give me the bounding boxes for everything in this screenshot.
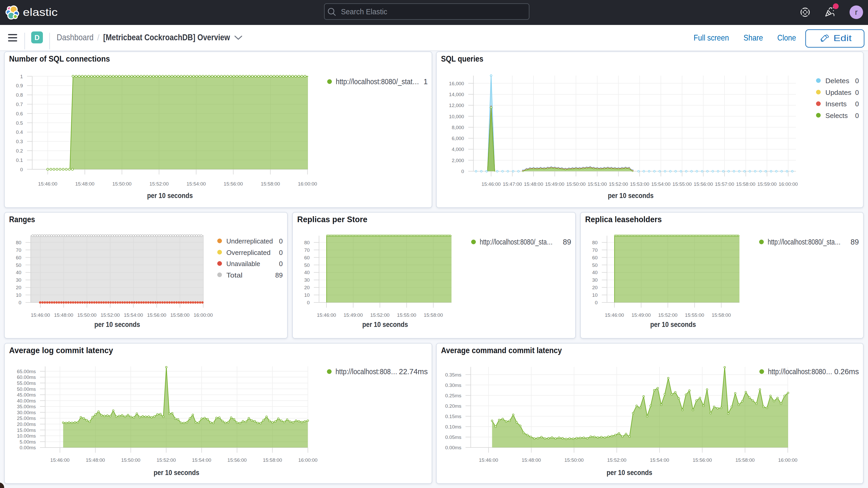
svg-text:15:46:00: 15:46:00 — [317, 312, 336, 318]
svg-text:[Metricbeat CockroachDB] Overv: [Metricbeat CockroachDB] Overview — [103, 32, 230, 42]
svg-text:16:00:00: 16:00:00 — [298, 181, 317, 187]
svg-text:10,000: 10,000 — [449, 114, 464, 119]
svg-text:6,000: 6,000 — [452, 135, 464, 141]
svg-text:15:55:00: 15:55:00 — [673, 181, 692, 187]
svg-text:15:56:00: 15:56:00 — [693, 181, 713, 187]
svg-text:12,000: 12,000 — [449, 103, 464, 108]
svg-text:80: 80 — [592, 240, 597, 245]
svg-text:50: 50 — [16, 263, 21, 268]
svg-text:15:54:00: 15:54:00 — [650, 457, 669, 463]
svg-text:30: 30 — [592, 277, 597, 283]
svg-text:Inserts: Inserts — [826, 100, 847, 108]
svg-text:89: 89 — [563, 238, 571, 246]
svg-text:80: 80 — [304, 240, 310, 245]
svg-text:0: 0 — [19, 300, 22, 305]
svg-text:15.00ms: 15.00ms — [17, 427, 36, 433]
svg-text:Average command commit latency: Average command commit latency — [441, 346, 562, 355]
svg-text:70: 70 — [304, 247, 310, 253]
svg-text:Search Elastic: Search Elastic — [341, 7, 387, 16]
svg-text:15:50:00: 15:50:00 — [77, 312, 96, 318]
svg-text:Average log commit latency: Average log commit latency — [9, 346, 113, 355]
svg-text:Unavailable: Unavailable — [226, 260, 260, 268]
svg-text:Full screen: Full screen — [693, 33, 729, 42]
svg-text:70: 70 — [592, 247, 597, 253]
svg-text:0: 0 — [855, 89, 859, 96]
svg-text:15:49:00: 15:49:00 — [344, 312, 363, 318]
svg-text:15:52:00: 15:52:00 — [609, 181, 628, 187]
svg-text:15:59:00: 15:59:00 — [757, 181, 777, 187]
svg-text:per 10 seconds: per 10 seconds — [147, 191, 193, 200]
svg-text:0: 0 — [461, 169, 464, 174]
svg-text:55.00ms: 55.00ms — [17, 380, 36, 386]
svg-text:15:51:00: 15:51:00 — [588, 181, 607, 187]
svg-text:16:00:00: 16:00:00 — [778, 457, 797, 463]
svg-text:15:58:00: 15:58:00 — [712, 312, 731, 318]
svg-text:15:52:00: 15:52:00 — [370, 312, 390, 318]
svg-text:15:50:00: 15:50:00 — [564, 457, 584, 463]
svg-text:15:48:00: 15:48:00 — [75, 181, 94, 187]
svg-text:/: / — [97, 33, 99, 42]
svg-text:0.8: 0.8 — [16, 92, 23, 98]
svg-text:65.00ms: 65.00ms — [17, 369, 36, 374]
svg-text:Edit: Edit — [833, 33, 852, 43]
svg-text:50.00ms: 50.00ms — [17, 387, 36, 392]
svg-text:14,000: 14,000 — [449, 92, 464, 97]
svg-text:0.3: 0.3 — [16, 139, 23, 144]
svg-text:0.15ms: 0.15ms — [445, 414, 461, 419]
svg-text:30.00ms: 30.00ms — [17, 410, 36, 415]
svg-text:per 10 seconds: per 10 seconds — [650, 321, 696, 329]
svg-text:D: D — [35, 34, 40, 41]
svg-text:15:54:00: 15:54:00 — [192, 457, 211, 463]
svg-text:16:00:00: 16:00:00 — [779, 181, 798, 187]
svg-text:4,000: 4,000 — [452, 147, 464, 152]
svg-text:Ranges: Ranges — [9, 215, 35, 224]
svg-text:15:58:00: 15:58:00 — [736, 181, 755, 187]
svg-text:20.00ms: 20.00ms — [17, 422, 36, 427]
svg-text:60: 60 — [592, 255, 597, 261]
svg-text:40: 40 — [16, 270, 21, 275]
svg-text:0: 0 — [20, 167, 23, 172]
svg-text:70: 70 — [16, 247, 21, 253]
svg-text:http://localhost:8080/_sta…: http://localhost:8080/_sta… — [768, 238, 841, 246]
svg-text:0: 0 — [279, 260, 283, 268]
svg-text:15:48:00: 15:48:00 — [86, 457, 105, 463]
svg-text:http://localhost:8080/_sta…: http://localhost:8080/_sta… — [480, 238, 553, 246]
svg-text:15:58:00: 15:58:00 — [170, 312, 189, 318]
svg-text:25.00ms: 25.00ms — [17, 416, 36, 421]
svg-text:20: 20 — [592, 285, 597, 290]
svg-text:1: 1 — [424, 78, 428, 86]
svg-text:r: r — [855, 8, 858, 17]
svg-text:0: 0 — [595, 300, 598, 305]
svg-text:0: 0 — [855, 100, 859, 108]
svg-text:elastic: elastic — [23, 6, 58, 18]
svg-text:15:56:00: 15:56:00 — [692, 457, 712, 463]
svg-text:SQL queries: SQL queries — [441, 54, 484, 63]
svg-text:16,000: 16,000 — [449, 81, 464, 86]
svg-text:0.5: 0.5 — [16, 120, 23, 126]
svg-text:0.10ms: 0.10ms — [445, 424, 461, 430]
svg-text:50: 50 — [592, 263, 597, 268]
svg-text:15:50:00: 15:50:00 — [566, 181, 586, 187]
svg-text:15:47:00: 15:47:00 — [503, 181, 522, 187]
svg-text:15:52:00: 15:52:00 — [149, 181, 169, 187]
svg-text:60: 60 — [16, 255, 21, 261]
svg-text:15:52:00: 15:52:00 — [607, 457, 626, 463]
svg-text:15:54:00: 15:54:00 — [124, 312, 143, 318]
svg-text:http://localhost:8080/_stat…: http://localhost:8080/_stat… — [336, 78, 419, 86]
svg-text:15:58:00: 15:58:00 — [424, 312, 443, 318]
svg-text:0.4: 0.4 — [16, 129, 23, 135]
svg-text:60.00ms: 60.00ms — [17, 374, 36, 380]
svg-text:15:53:00: 15:53:00 — [630, 181, 649, 187]
svg-text:0: 0 — [279, 237, 283, 245]
svg-text:15:50:00: 15:50:00 — [121, 457, 140, 463]
svg-text:15:46:00: 15:46:00 — [479, 457, 498, 463]
svg-text:15:48:00: 15:48:00 — [524, 181, 543, 187]
svg-text:80: 80 — [16, 240, 21, 245]
svg-text:per 10 seconds: per 10 seconds — [608, 191, 654, 200]
svg-text:Overreplicated: Overreplicated — [226, 249, 271, 256]
svg-text:89: 89 — [275, 271, 283, 279]
svg-text:15:56:00: 15:56:00 — [147, 312, 166, 318]
svg-text:15:46:00: 15:46:00 — [31, 312, 50, 318]
svg-text:15:54:00: 15:54:00 — [651, 181, 671, 187]
svg-text:0: 0 — [855, 112, 859, 120]
